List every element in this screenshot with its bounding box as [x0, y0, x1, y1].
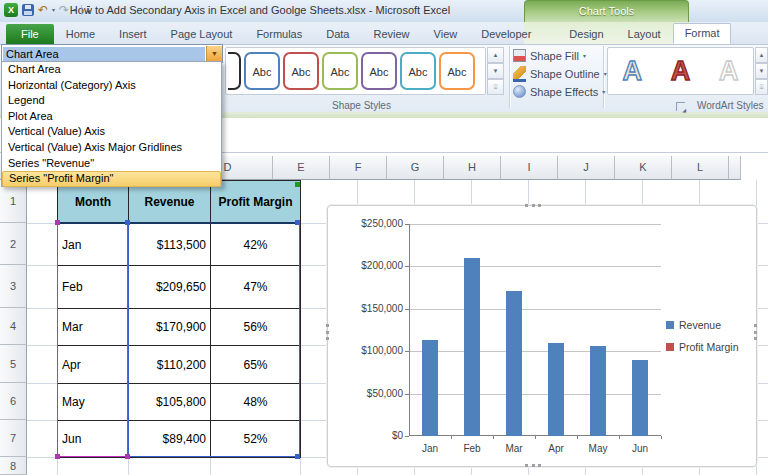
undo-icon[interactable]: ↶: [38, 4, 48, 16]
shape-style-thumbnail[interactable]: Abc: [400, 52, 436, 90]
shape-styles-gallery: AbcAbcAbcAbcAbcAbc: [225, 47, 486, 95]
tab-page-layout[interactable]: Page Layout: [159, 24, 245, 44]
column-header-l[interactable]: L: [672, 156, 729, 180]
shape-style-thumbnail[interactable]: Abc: [283, 52, 319, 90]
shape-style-thumbnail[interactable]: Abc: [439, 52, 475, 90]
dropdown-item-vertical-value-axis[interactable]: Vertical (Value) Axis: [2, 124, 221, 140]
chart-top-grip[interactable]: [525, 204, 541, 207]
shape-outline-button[interactable]: Shape Outline▾: [513, 65, 605, 82]
tab-formulas[interactable]: Formulas: [244, 24, 314, 44]
redo-dropdown-icon[interactable]: ▾: [73, 7, 76, 13]
chart-xtick-label: Mar: [493, 443, 535, 454]
tab-home[interactable]: Home: [54, 24, 107, 44]
chart-ytick-mark: [405, 436, 409, 437]
legend-entry-revenue[interactable]: Revenue: [666, 319, 721, 331]
excel-app-icon[interactable]: X: [4, 3, 18, 17]
chart-plot-area[interactable]: [409, 224, 661, 436]
chart-elements-dropdown-list: Chart AreaHorizontal (Category) AxisLege…: [1, 61, 222, 187]
tab-file[interactable]: File: [6, 24, 54, 44]
tab-format[interactable]: Format: [673, 23, 732, 44]
chart-left-grip[interactable]: [326, 324, 329, 340]
row-header-7[interactable]: 7: [0, 420, 27, 457]
column-header-blank[interactable]: [729, 156, 741, 180]
column-header-k[interactable]: K: [615, 156, 672, 180]
chart-bar-revenue[interactable]: [590, 346, 606, 436]
legend-label: Profit Margin: [679, 341, 739, 353]
column-header-h[interactable]: H: [444, 156, 501, 180]
combobox-dropdown-icon[interactable]: ▼: [206, 46, 222, 61]
gallery-more-icon[interactable]: ⍗: [487, 79, 504, 95]
selection-handle[interactable]: [55, 454, 60, 459]
redo-icon[interactable]: ↷: [59, 4, 69, 16]
row-header-6[interactable]: 6: [0, 383, 27, 420]
tab-design[interactable]: Design: [557, 24, 615, 44]
formula-input[interactable]: [211, 118, 768, 152]
row-header-4[interactable]: 4: [0, 308, 27, 345]
gallery-scroll-up-icon[interactable]: ▲: [487, 47, 504, 63]
chart-bottom-grip[interactable]: [525, 464, 541, 467]
selection-handle[interactable]: [295, 220, 300, 225]
column-header-f[interactable]: F: [330, 156, 387, 180]
chart-bar-revenue[interactable]: [464, 258, 480, 436]
chart-bar-revenue[interactable]: [548, 343, 564, 436]
column-header-j[interactable]: J: [558, 156, 615, 180]
tab-review[interactable]: Review: [361, 24, 421, 44]
chart-bar-revenue[interactable]: [506, 291, 522, 436]
wordart-style-thumbnail[interactable]: A: [719, 49, 739, 93]
tab-data[interactable]: Data: [314, 24, 361, 44]
shape-fill-button[interactable]: Shape Fill▾: [513, 47, 605, 64]
shape-style-thumbnail[interactable]: [228, 52, 241, 90]
selection-handle[interactable]: [55, 220, 60, 225]
chart-right-grip[interactable]: [754, 324, 757, 340]
wordart-style-thumbnail[interactable]: A: [671, 49, 691, 93]
wordart-styles-group-label: WordArt Styles: [697, 100, 764, 111]
tab-insert[interactable]: Insert: [107, 24, 159, 44]
chart-xtick-label: Feb: [451, 443, 493, 454]
row-header-5[interactable]: 5: [0, 345, 27, 383]
selection-handle[interactable]: [125, 220, 130, 225]
column-header-g[interactable]: G: [387, 156, 444, 180]
customize-toolbar-icon[interactable]: ▾: [87, 6, 91, 15]
wordart-style-thumbnail[interactable]: A: [622, 49, 642, 93]
shape-style-thumbnail[interactable]: Abc: [244, 52, 280, 90]
row-header-8[interactable]: 8: [0, 457, 27, 475]
tab-layout[interactable]: Layout: [616, 24, 673, 44]
chart-xtick-mark: [535, 436, 536, 439]
table-header-profit-margin[interactable]: Profit Margin: [211, 181, 301, 224]
column-header-e[interactable]: E: [273, 156, 330, 180]
shape-effects-button[interactable]: Shape Effects▾: [513, 83, 605, 100]
wordart-scroll-down-icon[interactable]: ▼: [755, 63, 768, 79]
embedded-chart[interactable]: $0$50,000$100,000$150,000$200,000$250,00…: [327, 205, 757, 467]
dropdown-item-vertical-value-axis-major-gridlines[interactable]: Vertical (Value) Axis Major Gridlines: [2, 140, 221, 156]
value-range-outline[interactable]: [128, 223, 300, 457]
dialog-launcher-icon[interactable]: [676, 102, 685, 111]
gallery-scroll-down-icon[interactable]: ▼: [487, 63, 504, 79]
dropdown-item-series-profit-margin-[interactable]: Series "Profit Margin": [2, 171, 221, 187]
tab-developer[interactable]: Developer: [469, 24, 543, 44]
shape-style-thumbnail[interactable]: Abc: [322, 52, 358, 90]
selection-handle[interactable]: [295, 182, 300, 187]
row-header-3[interactable]: 3: [0, 265, 27, 308]
selection-handle[interactable]: [125, 454, 130, 459]
chart-bar-revenue[interactable]: [422, 340, 438, 436]
dropdown-item-legend[interactable]: Legend: [2, 93, 221, 109]
column-header-i[interactable]: I: [501, 156, 558, 180]
tab-view[interactable]: View: [422, 24, 470, 44]
row-header-2[interactable]: 2: [0, 223, 27, 265]
selection-handle[interactable]: [295, 454, 300, 459]
category-range-outline: [57, 223, 128, 457]
wordart-scroll-up-icon[interactable]: ▲: [755, 47, 768, 63]
dropdown-item-chart-area[interactable]: Chart Area: [2, 62, 221, 78]
dropdown-item-plot-area[interactable]: Plot Area: [2, 109, 221, 125]
undo-dropdown-icon[interactable]: ▾: [52, 7, 55, 13]
chart-bar-revenue[interactable]: [632, 360, 648, 436]
shape-style-thumbnail[interactable]: Abc: [361, 52, 397, 90]
chart-xtick-label: Jun: [619, 443, 661, 454]
dropdown-item-series-revenue-[interactable]: Series "Revenue": [2, 156, 221, 172]
legend-entry-profit-margin[interactable]: Profit Margin: [666, 341, 739, 353]
dropdown-item-horizontal-category-axis[interactable]: Horizontal (Category) Axis: [2, 78, 221, 94]
save-icon[interactable]: [22, 4, 34, 16]
chart-gridline: [410, 266, 661, 267]
chevron-down-icon: ▾: [583, 52, 586, 59]
wordart-more-icon[interactable]: ⍗: [755, 79, 768, 95]
